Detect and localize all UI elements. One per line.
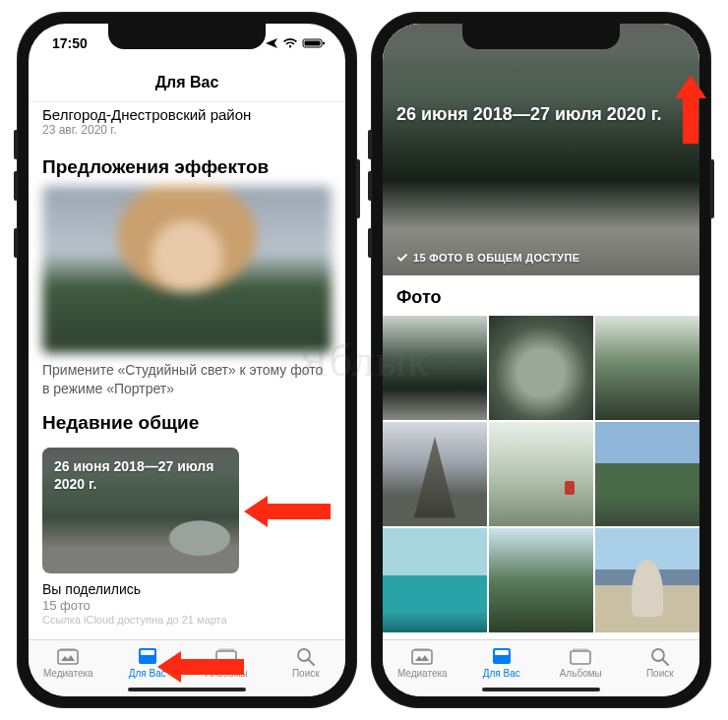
photo-thumbnail[interactable] [595,422,699,526]
svg-rect-6 [141,650,154,655]
status-time: 17:50 [52,35,88,51]
tab-library[interactable]: Медиатека [383,645,462,679]
photo-thumbnail[interactable] [383,422,487,526]
svg-rect-7 [216,651,236,664]
wifi-icon [282,37,298,49]
home-indicator[interactable] [482,688,600,691]
recent-shared-meta: Вы поделились 15 фото Ссылка iCloud дост… [29,573,345,626]
memory-location: Белгород-Днестровский район [42,106,332,123]
effect-caption: Примените «Студийный свет» к этому фото … [29,353,345,402]
svg-rect-22 [573,649,588,651]
recent-count: 15 фото [42,598,332,613]
tab-for-you[interactable]: Для Вас [462,645,542,679]
photo-thumbnail[interactable] [595,528,699,632]
phone-left: 17:50 Для Вас Белгород-Днестровский райо… [17,12,357,708]
tab-label: Для Вас [483,668,520,679]
recent-you-rest: поделились [61,581,141,597]
tab-label: Поиск [646,668,674,679]
svg-rect-1 [305,41,321,46]
photo-thumbnail[interactable] [489,316,593,420]
tab-search[interactable]: Поиск [267,645,346,679]
albums-icon [213,645,239,667]
svg-rect-2 [323,42,325,45]
hero-image[interactable]: 26 июня 2018—27 июля 2020 г. 15 ФОТО В О… [383,24,699,275]
tab-albums[interactable]: Альбомы [187,645,267,679]
home-indicator[interactable] [128,688,246,691]
photos-header: Фото [383,275,699,316]
svg-line-24 [663,660,668,665]
notch [108,24,266,49]
svg-rect-20 [495,650,509,655]
photo-thumbnail[interactable] [383,316,487,420]
svg-rect-17 [412,650,432,664]
library-icon [55,645,81,667]
svg-line-10 [309,660,314,665]
check-icon [396,252,408,264]
photo-thumbnail[interactable] [489,528,593,632]
shared-label: 15 ФОТО В ОБЩЕМ ДОСТУПЕ [413,252,579,264]
page-title: Для Вас [155,74,219,91]
tab-library[interactable]: Медиатека [29,645,108,679]
photo-thumbnail[interactable] [383,528,487,632]
memory-row[interactable]: Белгород-Днестровский район 23 авг. 2020… [29,102,345,147]
hero-title: 26 июня 2018—27 июля 2020 г. [396,104,686,125]
svg-rect-18 [414,648,430,650]
tab-search[interactable]: Поиск [621,645,700,679]
shared-badge: 15 ФОТО В ОБЩЕМ ДОСТУПЕ [396,252,579,264]
tab-label: Альбомы [206,668,248,679]
tab-label: Медиатека [397,668,448,679]
effects-header: Предложения эффектов [29,147,345,186]
svg-rect-21 [571,651,590,664]
airplane-icon [265,37,278,49]
recent-you-prefix: Вы [42,581,61,597]
tab-label: Медиатека [43,668,93,679]
tab-label: Для Вас [129,668,166,679]
recent-card-title: 26 июня 2018—27 июля 2020 г. [54,457,227,493]
photo-thumbnail[interactable] [489,422,593,526]
svg-rect-3 [58,650,78,664]
search-icon [293,645,319,667]
svg-point-23 [652,649,664,661]
effect-suggestion-image[interactable] [42,186,332,353]
tab-label: Альбомы [560,668,602,679]
svg-rect-8 [218,649,234,651]
memory-date: 23 авг. 2020 г. [42,123,332,137]
notch [462,24,620,49]
svg-point-9 [298,649,310,661]
tab-albums[interactable]: Альбомы [541,645,621,679]
photo-thumbnail[interactable] [595,316,699,420]
svg-rect-4 [60,648,76,650]
tab-label: Поиск [292,668,320,679]
phone-right: 17:50 Для Вас 26 июня 2018—27 ию [371,12,711,708]
tab-for-you[interactable]: Для Вас [108,645,188,679]
navbar: Для Вас [29,63,345,102]
content-area[interactable]: 26 июня 2018—27 июля 2020 г. 15 ФОТО В О… [383,24,699,639]
albums-icon [568,645,593,667]
status-icons [265,37,326,49]
battery-icon [302,37,326,49]
recent-link-expiry: Ссылка iCloud доступна до 21 марта [42,614,332,626]
search-icon [647,645,673,667]
for-you-icon [135,645,160,667]
library-icon [409,645,435,667]
for-you-icon [489,645,515,667]
recent-shared-header: Недавние общие [29,402,345,442]
content-area[interactable]: Белгород-Днестровский район 23 авг. 2020… [29,102,345,639]
photo-grid [383,316,699,632]
recent-shared-card[interactable]: 26 июня 2018—27 июля 2020 г. [42,448,239,573]
